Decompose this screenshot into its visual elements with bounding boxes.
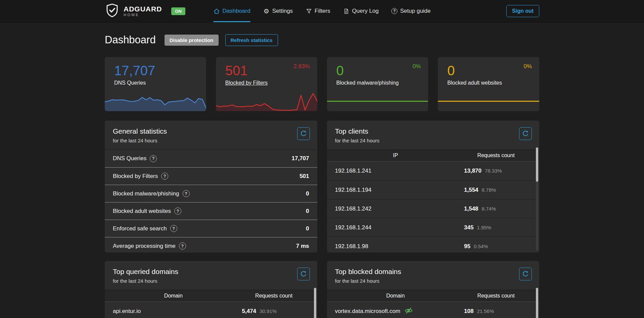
request-percent: 0.54% — [474, 243, 488, 249]
request-percent: 30.91% — [260, 308, 277, 314]
client-ip[interactable]: 192.168.1.194 — [327, 187, 464, 193]
help-icon[interactable]: ? — [174, 208, 181, 215]
domain-name[interactable]: api.entur.io — [105, 308, 242, 315]
client-row: 192.168.1.242 1,5488.74% — [327, 199, 540, 218]
client-ip[interactable]: 192.168.1.244 — [327, 224, 464, 231]
domain-name[interactable]: vortex.data.microsoft.com — [335, 308, 401, 315]
scrollbar-thumb[interactable] — [536, 147, 538, 182]
blocked-filters-sparkline — [216, 93, 317, 111]
eye-off-icon[interactable] — [404, 307, 413, 316]
column-header-requests: Requests count — [242, 293, 306, 299]
request-percent: 8.78% — [482, 187, 496, 193]
request-percent: 21.56% — [477, 308, 494, 314]
stat-cards: 17,707 DNS Queries 501 Blocked by Filter… — [105, 57, 539, 111]
refresh-panel-button[interactable] — [297, 127, 310, 140]
domain-row: vortex.data.microsoft.com 10821.56% — [327, 302, 540, 318]
nav-item-dashboard[interactable]: Dashboard — [214, 0, 250, 22]
stat-value: 0 — [306, 208, 309, 215]
disable-protection-button[interactable]: Disable protection — [165, 35, 219, 46]
scrollbar-track — [536, 288, 538, 318]
card-percent: 0% — [523, 63, 532, 70]
panel-title: General statistics — [113, 127, 309, 135]
refresh-icon — [300, 130, 307, 138]
refresh-statistics-button[interactable]: Refresh statistics — [225, 34, 278, 46]
stat-value: 0 — [306, 225, 309, 232]
card-value: 17,707 — [105, 57, 206, 78]
panel-subtitle: for the last 24 hours — [113, 138, 309, 143]
top-clients-panel: Top clients for the last 24 hours IP Req… — [327, 121, 540, 253]
card-percent: 2.83% — [293, 63, 310, 70]
top-queried-domains-panel: Top queried domains for the last 24 hour… — [105, 261, 317, 318]
request-count: 13,870 — [464, 168, 481, 174]
refresh-icon — [522, 130, 529, 138]
table-header: IP Requests count — [327, 149, 540, 162]
nav-item-query-log[interactable]: Query Log — [343, 0, 378, 22]
funnel-icon — [306, 8, 312, 14]
card-blocked-by-filters: 501 Blocked by Filters 2.83% — [216, 57, 317, 111]
card-label-link[interactable]: Blocked by Filters — [216, 78, 317, 86]
help-icon[interactable]: ? — [170, 225, 177, 232]
home-icon — [214, 8, 220, 14]
refresh-panel-button[interactable] — [519, 127, 532, 140]
client-row: 192.168.1.194 1,5548.78% — [327, 180, 540, 199]
document-icon — [343, 8, 349, 14]
scrollbar-thumb[interactable] — [314, 288, 316, 318]
question-circle-icon: ? — [392, 8, 398, 14]
column-header-domain: Domain — [327, 293, 464, 299]
request-count: 108 — [464, 308, 473, 315]
malware-flat-sparkline — [327, 101, 428, 102]
card-label: Blocked malware/phishing — [327, 78, 428, 86]
stat-row: DNS Queries? 17,707 — [105, 150, 317, 167]
client-ip[interactable]: 192.168.1.242 — [327, 206, 464, 212]
stat-label: DNS Queries — [113, 155, 146, 162]
nav-item-label: Dashboard — [223, 8, 250, 14]
refresh-panel-button[interactable] — [297, 268, 310, 280]
request-count: 1,554 — [464, 187, 478, 193]
request-percent: 1.95% — [477, 225, 491, 230]
table-header: Domain Requests count — [105, 290, 317, 302]
sign-out-button[interactable]: Sign out — [506, 5, 539, 17]
stat-label: Enforced safe search — [113, 225, 167, 232]
help-icon[interactable]: ? — [161, 173, 168, 180]
panel-subtitle: for the last 24 hours — [335, 138, 532, 143]
client-ip[interactable]: 192.168.1.241 — [327, 168, 464, 174]
panel-subtitle: for the last 24 hours — [113, 278, 309, 284]
gear-icon: ⚙ — [263, 8, 270, 14]
stat-row: Blocked malware/phishing? 0 — [105, 185, 317, 202]
column-header-requests: Requests count — [464, 152, 528, 158]
shield-check-logo-icon — [105, 3, 120, 19]
column-header-requests: Requests count — [464, 293, 528, 299]
request-count: 345 — [464, 224, 473, 231]
stat-value: 17,707 — [292, 155, 309, 162]
adguard-logo[interactable]: ADGUARD HOME ON — [105, 3, 185, 19]
nav-item-label: Query Log — [352, 8, 378, 14]
nav-item-filters[interactable]: Filters — [306, 0, 330, 22]
stat-label: Blocked malware/phishing — [113, 190, 179, 197]
request-count: 5,474 — [242, 308, 257, 315]
card-dns-queries: 17,707 DNS Queries — [105, 57, 206, 111]
nav-item-setup-guide[interactable]: ? Setup guide — [392, 0, 431, 22]
stat-label: Average processing time — [113, 243, 176, 249]
panel-title: Top queried domains — [113, 268, 309, 276]
card-blocked-adult: 0 Blocked adult websites 0% — [438, 57, 539, 111]
help-icon[interactable]: ? — [183, 190, 190, 197]
nav-item-settings[interactable]: ⚙ Settings — [263, 0, 293, 22]
top-nav: ADGUARD HOME ON Dashboard ⚙ Settings Fil… — [0, 0, 644, 22]
help-icon[interactable]: ? — [179, 242, 186, 249]
card-label: Blocked adult websites — [438, 78, 539, 86]
card-label: DNS Queries — [105, 78, 206, 86]
stat-row: Average processing time? 7 ms — [105, 237, 317, 253]
request-count: 1,548 — [464, 206, 478, 212]
client-ip[interactable]: 192.168.1.98 — [327, 243, 464, 250]
column-header-ip: IP — [327, 152, 464, 158]
refresh-panel-button[interactable] — [519, 268, 532, 280]
panel-title: Top clients — [335, 127, 532, 135]
card-percent: 0% — [413, 63, 421, 70]
scrollbar-thumb[interactable] — [536, 288, 538, 318]
client-row: 192.168.1.98 950.54% — [327, 237, 540, 253]
top-blocked-domains-panel: Top blocked domains for the last 24 hour… — [327, 261, 540, 318]
column-header-domain: Domain — [105, 293, 242, 299]
stat-row: Blocked adult websites? 0 — [105, 202, 317, 220]
general-statistics-panel: General statistics for the last 24 hours… — [105, 121, 317, 253]
help-icon[interactable]: ? — [150, 155, 157, 162]
